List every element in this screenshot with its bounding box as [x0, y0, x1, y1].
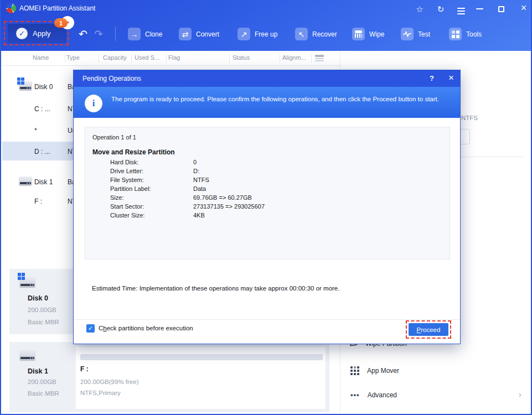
- tools-icon: [449, 28, 462, 40]
- banner-text: The program is ready to proceed. Please …: [111, 95, 452, 104]
- wipe-icon: [352, 28, 365, 40]
- table-row-disk1[interactable]: Disk 1: [34, 178, 53, 186]
- ellipsis-icon: •••: [350, 391, 360, 399]
- op-field: Start Sector:273137135 => 293025607: [85, 203, 450, 211]
- dialog-help-button[interactable]: ?: [427, 74, 437, 82]
- apply-check-icon: ✓: [16, 28, 28, 39]
- table-row-d[interactable]: D : ...: [34, 148, 50, 155]
- table-row-c[interactable]: C : ...: [34, 105, 50, 113]
- column-settings-icon[interactable]: [315, 55, 324, 62]
- recover-icon: ↖: [295, 28, 308, 40]
- footer-divider: [74, 319, 460, 320]
- app-window: AOMEI Partition Assistant ☆ ↻ × ✓ Apply …: [0, 0, 532, 415]
- app-logo-icon: [6, 3, 16, 13]
- table-row-unallocated[interactable]: *: [34, 127, 37, 134]
- operations-panel: Operation 1 of 1 Move and Resize Partiti…: [85, 127, 450, 260]
- toolbar-recover-button[interactable]: ↖ Recover: [295, 28, 337, 40]
- disk0-icon: [19, 81, 32, 90]
- check-partitions-checkbox[interactable]: ✓: [86, 324, 95, 333]
- minimize-button[interactable]: [476, 8, 487, 9]
- toolbar-convert-button[interactable]: ⇄ Convert: [179, 28, 219, 40]
- op-field: Drive Letter:D:: [85, 168, 450, 176]
- disk0-card-icon: [19, 277, 35, 287]
- refresh-icon[interactable]: ↻: [435, 4, 446, 14]
- toolbar-clone-button[interactable]: → Clone: [128, 28, 162, 40]
- pending-operations-dialog: Pending Operations ? × i The program is …: [73, 70, 461, 344]
- disk1-icon: [19, 177, 32, 185]
- clone-icon: →: [128, 28, 141, 40]
- table-row-f[interactable]: F :: [34, 198, 42, 205]
- filesystem-fragment: NTFS: [461, 115, 478, 121]
- partition-f-card[interactable]: F : 200.00GB(99% free) NTFS,Primary: [76, 347, 326, 409]
- toolbar-wipe-button[interactable]: Wipe: [352, 28, 384, 40]
- column-header-name[interactable]: Name: [33, 54, 49, 61]
- apply-badge-count[interactable]: 1: [54, 18, 68, 28]
- convert-icon: ⇄: [179, 28, 192, 40]
- toolbar-freeup-button[interactable]: ↗ Free up: [237, 28, 277, 40]
- column-header-alignment[interactable]: Alignm...: [282, 54, 306, 61]
- check-partitions-label[interactable]: Check partitions before execution: [99, 325, 193, 331]
- star-icon[interactable]: ☆: [414, 4, 425, 14]
- op-field: Size:69.76GB => 60.27GB: [85, 194, 450, 203]
- operation-name: Move and Resize Partition: [92, 148, 175, 156]
- partition-f-usage-bar: [80, 354, 323, 360]
- menu-icon[interactable]: [457, 6, 468, 16]
- undo-button[interactable]: ↶: [79, 28, 87, 40]
- menu-item-advanced[interactable]: ••• Advanced: [350, 391, 397, 399]
- op-field: Partition Label:Data: [85, 185, 450, 194]
- maximize-button[interactable]: [498, 6, 509, 12]
- toolbar-separator: [115, 27, 116, 41]
- dialog-title: Pending Operations: [82, 75, 141, 82]
- dialog-banner: i The program is ready to proceed. Pleas…: [74, 87, 460, 118]
- op-field: File System:NTFS: [85, 177, 450, 185]
- op-field: Hard Disk:0: [85, 159, 450, 167]
- toolbar-tools-button[interactable]: Tools: [449, 28, 482, 40]
- app-title: AOMEI Partition Assistant: [19, 4, 95, 12]
- op-field: Cluster Size:4KB: [85, 212, 450, 220]
- column-header-used[interactable]: Used S...: [135, 54, 159, 61]
- close-button[interactable]: ×: [518, 2, 529, 14]
- chevron-right-icon[interactable]: ›: [519, 390, 521, 399]
- disk1-card-icon: [19, 350, 35, 360]
- column-header-status[interactable]: Status: [233, 54, 250, 61]
- test-icon: [401, 28, 414, 40]
- app-grid-icon: [350, 366, 359, 375]
- dialog-close-button[interactable]: ×: [446, 72, 457, 84]
- free-up-icon: ↗: [237, 28, 250, 40]
- apply-badge-caret-icon[interactable]: ▾: [67, 20, 69, 25]
- proceed-button[interactable]: Proceed: [409, 323, 448, 336]
- toolbar-test-button[interactable]: Test: [401, 28, 430, 40]
- column-header-flag[interactable]: Flag: [168, 54, 180, 61]
- column-header-type[interactable]: Type: [66, 54, 80, 61]
- table-row-disk0[interactable]: Disk 0: [34, 83, 53, 91]
- redo-button[interactable]: ↷: [94, 28, 103, 40]
- operation-counter: Operation 1 of 1: [92, 134, 136, 141]
- apply-label: Apply: [33, 29, 51, 38]
- title-toolbar-band: AOMEI Partition Assistant ☆ ↻ × ✓ Apply …: [1, 0, 532, 51]
- estimated-time-text: Estimated Time: Implementation of these …: [92, 285, 339, 292]
- dialog-header[interactable]: Pending Operations ? ×: [74, 70, 460, 87]
- info-icon: i: [85, 95, 102, 112]
- menu-item-app-mover[interactable]: App Mover: [350, 366, 399, 375]
- column-header-capacity[interactable]: Capacity: [103, 54, 127, 61]
